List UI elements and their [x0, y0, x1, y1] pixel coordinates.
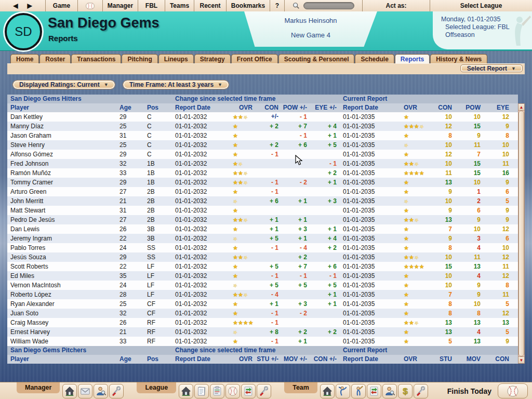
column-header[interactable]: OVR [231, 355, 256, 364]
tab-pitching[interactable]: Pitching [122, 54, 157, 63]
tab-history-news[interactable]: History & News [430, 54, 487, 63]
player-name[interactable]: Ed Miles [7, 271, 116, 281]
options-button[interactable] [109, 384, 124, 398]
table-row[interactable]: Steve Henry25C01-01-2032★+ 2+ 6+ 501-01-… [7, 140, 518, 150]
finish-today-label[interactable]: Finish Today [447, 387, 491, 395]
table-row[interactable]: John Merritt212B01-01-2032★+ 6+ 1+ 301-0… [7, 196, 518, 206]
batter-button[interactable] [351, 384, 366, 398]
player-name[interactable]: Dan Lewis [7, 224, 116, 234]
menu-item-bookmarks[interactable]: Bookmarks [227, 0, 270, 11]
back-button[interactable]: ◀ [13, 0, 18, 11]
player-name[interactable]: Pablo Torres [7, 243, 116, 252]
column-header[interactable]: Report Date [172, 355, 231, 364]
forward-button[interactable]: ▶ [28, 0, 32, 11]
player-name[interactable]: Manny Díaz [7, 122, 116, 131]
table-row[interactable]: Roberto López28LF01-01-2032★★★- 4+ 101-0… [7, 290, 518, 299]
toolbar-group-team[interactable]: Team [284, 382, 317, 393]
table-scrollbar[interactable]: ▲ ▼ [518, 103, 525, 364]
table-row[interactable]: Fred Johnson321B01-01-2032★★- 101-01-203… [7, 159, 518, 168]
player-name[interactable]: William Wade [7, 337, 116, 346]
search-icon[interactable] [292, 2, 300, 9]
home-button[interactable] [320, 384, 335, 398]
table-row[interactable]: Jeremy Ingram223B01-01-2032★+ 5+ 1+ 401-… [7, 234, 518, 243]
table-row[interactable]: Ed Miles35LF01-01-2032★- 1- 1- 101-01-20… [7, 271, 518, 281]
table-row[interactable]: Vernon MacIntosh24LF01-01-2032★+ 5+ 5+ 5… [7, 281, 518, 290]
player-name[interactable]: Juan Soto [7, 309, 116, 318]
news-button[interactable] [194, 384, 209, 398]
scroll-down-button[interactable]: ▼ [518, 356, 524, 363]
player-name[interactable]: Roberto López [7, 290, 116, 300]
options-button[interactable] [414, 384, 428, 398]
player-name[interactable]: Tommy Cramer [7, 178, 116, 188]
table-row[interactable]: Alfonso Gómez29C01-01-2032★- 101-01-2035… [7, 150, 518, 159]
table-row[interactable]: Juan Soto32CF01-01-2032★- 1- 201-01-2035… [7, 309, 518, 318]
player-name[interactable]: John Merritt [7, 196, 116, 206]
player-name[interactable]: Steve Henry [7, 140, 116, 150]
tab-transactions[interactable]: Transactions [71, 54, 121, 63]
table-row[interactable]: Dan Lewis263B01-01-2032★+ 1+ 3+ 101-01-2… [7, 224, 518, 234]
options-button[interactable] [257, 384, 271, 398]
toolbar-group-league[interactable]: League [137, 382, 176, 393]
scout-button[interactable] [382, 384, 397, 398]
column-header[interactable]: CON [489, 355, 517, 364]
menu-item-teams[interactable]: Teams [165, 0, 194, 11]
table-row[interactable]: Ryan Alexander25CF01-01-2032★+ 1+ 3+ 101… [7, 299, 518, 309]
transactions-button[interactable] [241, 384, 256, 398]
home-button[interactable] [179, 384, 193, 398]
column-header[interactable]: OVR [400, 355, 432, 364]
player-name[interactable]: Vernon MacIntosh [7, 281, 116, 290]
column-header[interactable]: Report Date [340, 355, 400, 364]
player-name[interactable]: Dan Kettley [7, 112, 116, 122]
table-row[interactable]: Tommy Cramer291B01-01-2032★★★- 1- 2+ 101… [7, 178, 518, 187]
tab-reports[interactable]: Reports [395, 54, 430, 63]
displayed-ratings-button[interactable]: Displayed Ratings: Current ▼ [13, 81, 115, 89]
finance-button[interactable]: $ [398, 384, 413, 398]
player-name[interactable]: Pedro De Jesús [7, 215, 116, 225]
pitcher-button[interactable] [336, 384, 350, 398]
table-row[interactable]: Craig Massey26RF01-01-2032★★★★- 101-01-2… [7, 318, 518, 327]
player-name[interactable]: Craig Massey [7, 318, 116, 328]
table-row[interactable]: Dan Kettley29C01-01-2032★★★- 101-01-2035… [7, 112, 518, 122]
select-league-menu[interactable]: Select League [430, 0, 532, 11]
act-as-menu[interactable]: Act as: [363, 0, 430, 11]
table-row[interactable]: Ernest Harvey21RF01-01-2032★+ 8+ 2+ 201-… [7, 327, 518, 337]
scores-button[interactable] [225, 384, 240, 398]
baseball-menu-button[interactable] [78, 0, 103, 11]
column-header[interactable]: MOV +/- [282, 355, 310, 364]
help-menu-item[interactable]: ? [270, 0, 285, 11]
table-row[interactable]: Matt Stewart312B01-01-2032★01-01-2035★96… [7, 206, 518, 215]
table-row[interactable]: Pablo Torres24SS01-01-2032★- 1- 4+ 201-0… [7, 243, 518, 252]
tab-lineups[interactable]: Lineups [158, 54, 194, 63]
column-header[interactable]: Pos [144, 355, 172, 364]
menu-item-recent[interactable]: Recent [194, 0, 227, 11]
tab-home[interactable]: Home [10, 54, 39, 63]
player-name[interactable]: Arturo Green [7, 187, 116, 196]
column-header[interactable]: Player [7, 355, 116, 364]
mail-button[interactable] [78, 384, 92, 398]
table-row[interactable]: Arturo Green272B01-01-2032★- 101-01-2035… [7, 187, 518, 196]
player-name[interactable]: Scott Roberts [7, 262, 116, 271]
table-row[interactable]: Jason Graham31C01-01-2032★- 1+ 101-01-20… [7, 131, 518, 140]
table-row[interactable]: Ramón Muñóz331B01-01-2032★★★+ 201-01-203… [7, 168, 518, 178]
table-row[interactable]: William Wade33RF01-01-2032★- 1+ 101-01-2… [7, 337, 518, 346]
profile-button[interactable] [94, 384, 108, 398]
player-name[interactable]: Jason Graham [7, 131, 116, 140]
search-input[interactable] [303, 2, 354, 9]
table-row[interactable]: Manny Díaz25C01-01-2032★+ 2+ 7+ 401-01-2… [7, 122, 518, 131]
menu-item-manager[interactable]: Manager [103, 0, 138, 11]
column-header[interactable]: Age [116, 355, 144, 364]
player-name[interactable]: Ryan Alexander [7, 299, 116, 309]
tab-scouting-personnel[interactable]: Scouting & Personnel [278, 54, 355, 63]
home-button[interactable] [62, 384, 77, 398]
player-name[interactable]: Matt Stewart [7, 206, 116, 215]
table-row[interactable]: Jesús Souza29SS01-01-2032★★★+ 201-01-203… [7, 252, 518, 262]
time-frame-button[interactable]: Time Frame: At least 3 years ▼ [123, 81, 229, 89]
tab-front-office[interactable]: Front Office [231, 54, 278, 63]
player-name[interactable]: Fred Johnson [7, 159, 116, 169]
player-name[interactable]: Ramón Muñóz [7, 168, 116, 178]
column-header[interactable]: CON +/- [310, 355, 340, 364]
finish-today-button[interactable] [498, 383, 528, 398]
player-name[interactable]: Jeremy Ingram [7, 234, 116, 244]
tab-strategy[interactable]: Strategy [194, 54, 231, 63]
player-name[interactable]: Alfonso Gómez [7, 150, 116, 159]
